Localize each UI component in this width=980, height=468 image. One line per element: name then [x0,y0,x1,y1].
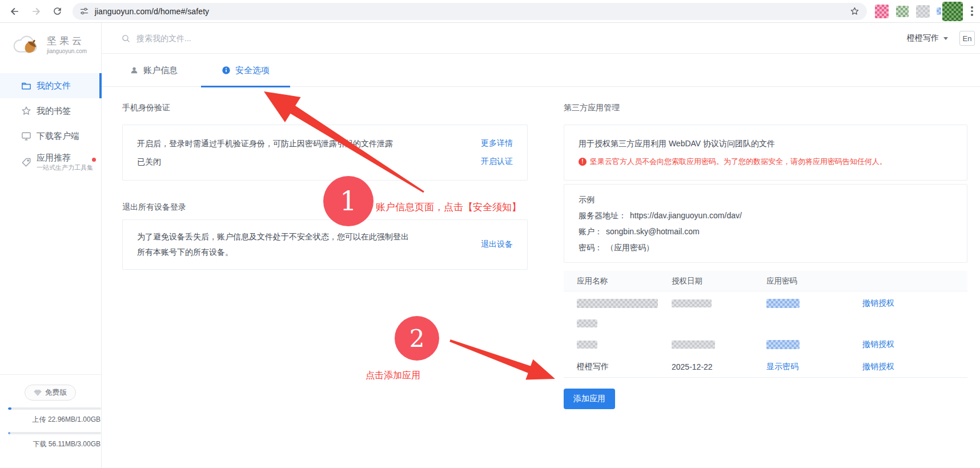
column-header-app-password: 应用密码 [766,271,797,291]
more-details-link[interactable]: 更多详情 [481,138,513,149]
show-password-link[interactable]: 显示密码 [766,362,798,372]
webdav-warning-text: 坚果云官方人员不会向您索取应用密码。为了您的数据安全，请勿将应用密码告知任何人。 [590,156,887,167]
search-icon [121,34,131,43]
blurred-auth-date [672,299,712,307]
sidebar-item-app-recommend[interactable]: 应用推荐 一站式生产力工具集 [0,149,102,176]
browser-menu-icon[interactable] [971,6,973,16]
table-row: 撤销授权 [564,339,967,350]
sidebar: 坚果云 jianguoyun.com 我的文件 我的书签 [0,23,102,468]
add-app-button[interactable]: 添加应用 [564,389,615,409]
server-label: 服务器地址： [579,211,626,220]
example-title: 示例 [579,194,953,205]
search-input[interactable] [136,34,376,43]
section-title-phone-auth: 手机身份验证 [122,102,528,113]
authorized-apps-table: 应用名称 授权日期 应用密码 撤销授权 撤销授权 [564,271,967,378]
bookmark-star-icon[interactable] [849,6,860,17]
plan-badge[interactable]: 免费版 [25,385,76,401]
download-progressbar [8,432,101,434]
star-icon [21,105,32,117]
site-settings-icon[interactable] [79,6,89,16]
search-box[interactable] [121,23,376,54]
url-bar[interactable]: jianguoyun.com/d/home#/safety [73,3,867,20]
password-value: （应用密码） [606,243,654,252]
app-logo[interactable]: 坚果云 jianguoyun.com [11,31,87,57]
info-icon [222,66,231,75]
sidebar-footer: 免费版 上传 22.96MB/1.00GB 下载 56.11MB/3.00GB [0,374,102,375]
webdav-info-card: 用于授权第三方应用利用 WebDAV 协议访问团队的文件 ! 坚果云官方人员不会… [564,125,967,181]
password-label: 密码： [579,243,603,252]
logout-all-card: 为了避免设备丢失后，账户信息及文件处于不安全状态，您可以在此强制登出所有本账号下… [122,219,528,270]
back-icon[interactable] [8,5,22,18]
security-left-column: 手机身份验证 开启后，登录时需通过手机验证身份，可防止因密码泄露引起的文件泄露 … [122,102,528,270]
app-name: 橙橙写作 [577,362,609,372]
arrow-to-add-app-button [449,339,555,379]
revoke-auth-link[interactable]: 撤销授权 [862,362,894,372]
folder-icon [21,80,32,91]
blurred-app-name [577,299,658,308]
acorn-cloud-logo-icon [11,31,43,57]
tab-security-options[interactable]: 安全选项 [201,54,290,87]
blurred-extension-icon[interactable] [896,6,909,17]
logout-all-desc: 为了避免设备丢失后，账户信息及文件处于不安全状态，您可以在此强制登出所有本账号下… [137,229,411,260]
tab-label: 安全选项 [235,65,270,76]
table-row-name-wrap [564,319,967,328]
brand-name: 坚果云 [47,34,87,47]
enable-auth-link[interactable]: 开启认证 [481,157,513,167]
download-quota: 下载 56.11MB/3.00GB [33,439,101,449]
step-2-badge: 2 [395,316,439,361]
brand-domain: jianguoyun.com [47,48,87,54]
blurred-profile-avatar[interactable] [942,2,963,21]
server-address: https://dav.jianguoyun.com/dav/ [630,211,742,220]
url-text[interactable]: jianguoyun.com/d/home#/safety [95,7,850,16]
plan-label: 免费版 [45,387,67,398]
blurred-password-link[interactable] [766,340,800,349]
sidebar-item-download-client[interactable]: 下载客户端 [0,123,102,149]
upload-quota: 上传 22.96MB/1.00GB [33,415,101,425]
browser-chrome: jianguoyun.com/d/home#/safety [0,0,980,23]
sidebar-item-label: 我的书签 [37,106,71,117]
notification-dot [92,158,96,162]
auth-date: 2025-12-22 [672,362,713,371]
blurred-extension-icon[interactable] [916,5,930,18]
section-title-third-party: 第三方应用管理 [564,102,967,113]
sidebar-menu: 我的文件 我的书签 下载客户端 [0,73,102,176]
diamond-icon [34,389,42,397]
step-2-note: 点击添加应用 [366,370,420,382]
webdav-example-card: 示例 服务器地址：https://dav.jianguoyun.com/dav/… [564,184,967,263]
language-toggle-button[interactable]: En [959,31,975,46]
section-title-logout-all: 退出所有设备登录 [122,201,528,213]
blurred-app-name [577,341,597,349]
revoke-auth-link[interactable]: 撤销授权 [862,298,894,309]
sidebar-item-label: 下载客户端 [37,131,79,142]
chevron-down-icon [943,37,948,40]
sidebar-item-my-files[interactable]: 我的文件 [0,73,102,98]
monitor-icon [21,130,32,142]
sidebar-item-subtitle: 一站式生产力工具集 [37,164,93,171]
blurred-extension-icon[interactable] [875,5,889,18]
settings-tabbar: 账户信息 安全选项 [102,54,980,87]
account-value: songbin.sky@hotmail.com [606,227,700,236]
sidebar-item-label: 我的文件 [37,81,71,91]
sidebar-item-bookmarks[interactable]: 我的书签 [0,98,102,123]
user-icon [130,66,139,75]
extensions-area [874,2,963,21]
table-row: 橙橙写作 2025-12-22 显示密码 撤销授权 [564,361,967,373]
phone-auth-desc: 开启后，登录时需通过手机验证身份，可防止因密码泄露引起的文件泄露 [137,138,393,149]
tag-icon [21,157,32,168]
blurred-app-name [577,319,597,327]
tab-account-info[interactable]: 账户信息 [109,54,198,87]
table-header-row: 应用名称 授权日期 应用密码 [564,271,967,291]
column-header-app-name: 应用名称 [577,271,608,291]
forward-icon[interactable] [30,5,43,18]
blurred-auth-date [672,341,715,349]
third-party-column: 第三方应用管理 用于授权第三方应用利用 WebDAV 协议访问团队的文件 ! 坚… [564,102,967,409]
refresh-icon[interactable] [51,5,65,18]
account-name: 橙橙写作 [907,33,939,43]
main-header: 橙橙写作 En [102,23,980,54]
blurred-extension-icon[interactable] [937,7,941,15]
revoke-auth-link[interactable]: 撤销授权 [862,339,894,350]
blurred-password-link[interactable] [766,299,800,308]
logout-devices-link[interactable]: 退出设备 [481,239,513,250]
upload-progressbar [8,407,101,410]
account-menu[interactable]: 橙橙写作 [907,23,948,54]
